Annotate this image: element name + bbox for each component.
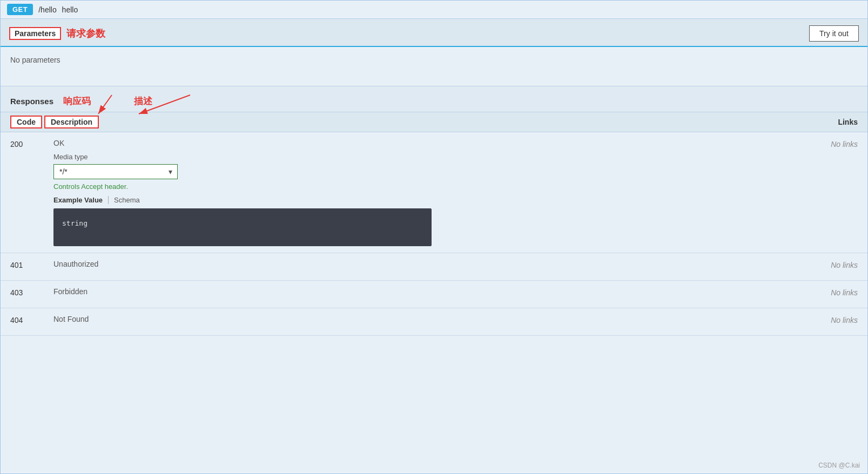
response-desc-403: Forbidden (53, 287, 831, 296)
chinese-description: 描述 (134, 95, 152, 107)
responses-section-header: Responses 响应码 描述 (1, 86, 867, 112)
response-links-403: No links (831, 287, 858, 297)
col-description-label: Description (44, 116, 99, 128)
response-code-404: 404 (10, 315, 43, 324)
parameters-section-header: Parameters 请求参数 Try it out (1, 19, 867, 47)
response-row-404: 404 Not Found No links (1, 308, 867, 336)
example-tabs: Example Value Schema (53, 196, 831, 204)
response-body-401: Unauthorized (43, 260, 831, 274)
title-text: hello (62, 5, 78, 14)
path-text: /hello (38, 5, 56, 14)
method-badge: GET (7, 4, 33, 15)
responses-annotation: 响应码 描述 (63, 95, 152, 107)
response-links-200: No links (831, 139, 858, 148)
media-type-select-wrapper: */* ▾ (53, 164, 178, 179)
response-code-401: 401 (10, 260, 43, 269)
responses-label: Responses (10, 97, 53, 106)
controls-accept-text: Controls Accept header. (53, 182, 831, 191)
response-row-401: 401 Unauthorized No links (1, 253, 867, 281)
media-type-label: Media type (53, 153, 831, 161)
col-code-label: Code (10, 116, 42, 128)
parameters-chinese-label: 请求参数 (66, 27, 105, 40)
response-links-404: No links (831, 315, 858, 324)
parameters-header-left: Parameters 请求参数 (9, 27, 105, 40)
response-body-200: OK Media type */* ▾ Controls Accept head… (43, 139, 831, 246)
response-row-200: 200 OK Media type */* ▾ Controls Accept … (1, 132, 867, 253)
chinese-response-code: 响应码 (63, 95, 91, 107)
try-it-out-button[interactable]: Try it out (809, 25, 859, 42)
footer-text: CSDN @C.kai (818, 462, 860, 469)
no-parameters-text: No parameters (1, 47, 867, 86)
response-desc-401: Unauthorized (53, 260, 831, 268)
media-type-select[interactable]: */* (53, 164, 178, 179)
response-desc-404: Not Found (53, 315, 831, 323)
tab-example-value[interactable]: Example Value (53, 196, 109, 204)
response-desc-200: OK (53, 139, 831, 147)
tab-schema[interactable]: Schema (109, 196, 140, 204)
col-links-label: Links (838, 118, 858, 126)
svg-line-2 (98, 95, 112, 114)
response-row-403: 403 Forbidden No links (1, 281, 867, 308)
response-links-401: No links (831, 260, 858, 269)
code-block-200: string (53, 208, 432, 246)
endpoint-path: /hello hello (38, 5, 78, 14)
response-code-403: 403 (10, 287, 43, 297)
response-code-200: 200 (10, 139, 43, 148)
responses-table-header: Code Description Links (1, 112, 867, 132)
response-body-403: Forbidden (43, 287, 831, 301)
parameters-label-box: Parameters (9, 27, 61, 40)
main-container: GET /hello hello Parameters 请求参数 Try it … (0, 0, 868, 474)
top-bar: GET /hello hello (1, 1, 867, 19)
response-body-404: Not Found (43, 315, 831, 329)
